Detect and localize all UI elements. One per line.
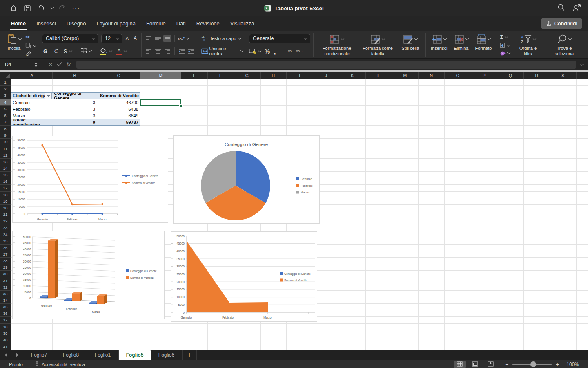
pivot-sum-value[interactable]: 6649	[97, 112, 140, 119]
row-header-27[interactable]: 27	[0, 251, 11, 258]
row-header-32[interactable]: 32	[0, 284, 11, 291]
pivot-header-cell[interactable]: Conteggio di Genere	[52, 92, 97, 99]
pivot-row-label[interactable]: Gennaio	[11, 99, 52, 105]
delete-cells-button[interactable]: Elimina	[452, 33, 470, 57]
find-select-button[interactable]: Trova e seleziona	[546, 33, 583, 57]
row-header-24[interactable]: 24	[0, 231, 11, 238]
row-header-28[interactable]: 28	[0, 258, 11, 264]
normal-view-button[interactable]	[454, 361, 466, 368]
column-header-L[interactable]: L	[366, 72, 392, 79]
row-header-4[interactable]: 4	[0, 99, 11, 105]
pie-chart[interactable]: Conteggio di GenereGennaioFebbraioMarzo	[173, 135, 320, 224]
clear-button[interactable]	[500, 51, 510, 56]
row-header-25[interactable]: 25	[0, 238, 11, 245]
name-box[interactable]: D4	[0, 62, 30, 67]
column-header-R[interactable]: R	[524, 72, 550, 79]
wrap-text-button[interactable]: ab Testo a capo	[201, 33, 243, 44]
formula-input[interactable]	[76, 61, 576, 69]
font-size-select[interactable]: 12	[101, 34, 122, 43]
font-name-select[interactable]: Calibri (Corpo)	[42, 34, 98, 43]
row-header-26[interactable]: 26	[0, 245, 11, 251]
row-header-13[interactable]: 13	[0, 159, 11, 165]
row-header-19[interactable]: 19	[0, 198, 11, 205]
row-header-17[interactable]: 17	[0, 185, 11, 191]
format-cells-button[interactable]: Formato	[473, 33, 494, 57]
insert-cells-button[interactable]: Inserisci	[429, 33, 449, 57]
row-header-41[interactable]: 41	[0, 343, 11, 350]
italic-button[interactable]: C	[53, 48, 59, 54]
row-header-29[interactable]: 29	[0, 264, 11, 271]
row-header-9[interactable]: 9	[0, 132, 11, 139]
row-header-18[interactable]: 18	[0, 192, 11, 198]
sort-filter-button[interactable]: AZ Ordina e filtra	[513, 33, 542, 57]
row-header-34[interactable]: 34	[0, 297, 11, 304]
column-header-I[interactable]: I	[287, 72, 313, 79]
sheet-tab-foglio1[interactable]: Foglio1	[87, 350, 119, 360]
pivot-count-value[interactable]: 3	[52, 112, 97, 119]
search-icon[interactable]	[557, 4, 565, 13]
sheet-nav-right-icon[interactable]	[11, 350, 23, 360]
zoom-out-button[interactable]: −	[505, 361, 508, 368]
paste-button[interactable]: Incolla	[7, 33, 23, 57]
tab-layout-di-pagina[interactable]: Layout di pagina	[91, 16, 141, 31]
decrease-decimal-button[interactable]: .00→	[295, 49, 303, 53]
row-header-31[interactable]: 31	[0, 278, 11, 284]
zoom-in-button[interactable]: +	[556, 361, 559, 368]
increase-indent-button[interactable]	[187, 47, 195, 55]
pivot-sum-value[interactable]: 6438	[97, 106, 140, 112]
pivot-count-value[interactable]: 3	[52, 99, 97, 105]
sheet-tab-foglio5[interactable]: Foglio5	[119, 350, 151, 360]
column-header-S[interactable]: S	[550, 72, 577, 79]
bold-button[interactable]: G	[42, 48, 49, 54]
column-header-B[interactable]: B	[53, 72, 97, 79]
percent-button[interactable]: %	[265, 48, 270, 55]
bar3d-chart[interactable]: 0500010000150002000025000300003500040000…	[12, 231, 165, 319]
comma-button[interactable]: ,	[274, 49, 276, 53]
row-header-11[interactable]: 11	[0, 146, 11, 152]
pivot-row-label[interactable]: Marzo	[11, 112, 52, 119]
column-header-G[interactable]: G	[234, 72, 261, 79]
orientation-button[interactable]: ab	[178, 36, 189, 41]
pivot-total-cell[interactable]: Totale complessivo	[11, 119, 52, 126]
row-header-37[interactable]: 37	[0, 317, 11, 323]
row-header-3[interactable]: 3	[0, 92, 11, 99]
zoom-level[interactable]: 100%	[566, 361, 579, 367]
tab-dati[interactable]: Dati	[171, 16, 191, 31]
row-header-39[interactable]: 39	[0, 330, 11, 337]
select-all-corner[interactable]	[0, 72, 11, 79]
pivot-header-cell[interactable]: Somma di Vendite	[97, 92, 140, 99]
enter-icon[interactable]	[55, 62, 64, 67]
align-right-button[interactable]	[163, 47, 172, 55]
row-header-35[interactable]: 35	[0, 304, 11, 310]
sheet-tab-foglio8[interactable]: Foglio8	[55, 350, 87, 360]
column-header-F[interactable]: F	[208, 72, 234, 79]
align-left-button[interactable]	[145, 47, 153, 55]
row-header-22[interactable]: 22	[0, 218, 11, 224]
align-middle-button[interactable]	[154, 35, 162, 42]
pivot-row-label[interactable]: Febbraio	[11, 106, 52, 112]
format-as-table-button[interactable]: Formatta come tabella	[359, 33, 396, 57]
page-break-view-button[interactable]	[485, 361, 497, 368]
accounting-format-button[interactable]	[249, 48, 261, 54]
column-header-J[interactable]: J	[313, 72, 340, 79]
people-icon[interactable]	[572, 4, 581, 13]
sheet-nav-left-icon[interactable]	[0, 350, 11, 360]
column-header-M[interactable]: M	[392, 72, 419, 79]
column-header-D[interactable]: D	[140, 72, 181, 79]
copy-button[interactable]	[25, 43, 36, 49]
row-header-36[interactable]: 36	[0, 310, 11, 317]
formula-bar-expand-icon[interactable]	[580, 62, 584, 65]
home-icon[interactable]	[8, 3, 19, 13]
underline-button[interactable]: S	[63, 48, 72, 54]
number-format-select[interactable]: Generale	[249, 34, 310, 43]
row-header-10[interactable]: 10	[0, 139, 11, 145]
format-painter-button[interactable]	[25, 50, 36, 56]
cell-styles-button[interactable]: Stili cella	[398, 33, 423, 57]
row-header-20[interactable]: 20	[0, 205, 11, 211]
tab-visualizza[interactable]: Visualizza	[225, 16, 259, 31]
fx-icon[interactable]: fx	[64, 61, 73, 68]
row-header-21[interactable]: 21	[0, 211, 11, 218]
column-header-H[interactable]: H	[261, 72, 287, 79]
tab-inserisci[interactable]: Inserisci	[31, 16, 61, 31]
undo-chevron-icon[interactable]	[51, 6, 54, 9]
